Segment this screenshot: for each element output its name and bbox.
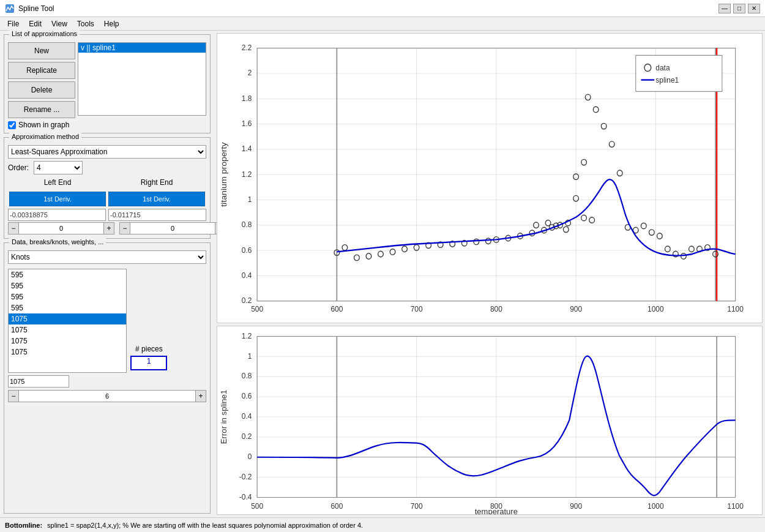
window-controls: — □ ✕: [718, 4, 760, 13]
order-select[interactable]: 4: [34, 161, 83, 174]
svg-text:1100: 1100: [727, 305, 744, 314]
svg-text:Error in spline1: Error in spline1: [219, 390, 228, 444]
svg-text:1: 1: [248, 352, 252, 361]
value-row: -0.00318875 -0.011715: [8, 209, 206, 221]
lower-chart: -0.4 -0.2 0 0.2 0.4 0.6 0.8 1 1.2 500 60…: [217, 326, 763, 515]
menu-edit[interactable]: Edit: [24, 18, 47, 29]
knot-item-5[interactable]: 1075: [9, 313, 126, 324]
replicate-button[interactable]: Replicate: [8, 62, 75, 79]
left-stepper-input[interactable]: [19, 222, 103, 234]
method-group: Approximation method Least-Squares Appro…: [4, 137, 211, 239]
order-label: Order:: [8, 163, 29, 172]
svg-rect-0: [6, 4, 14, 13]
svg-text:2: 2: [248, 69, 252, 78]
menu-view[interactable]: View: [47, 18, 72, 29]
svg-text:0.6: 0.6: [242, 245, 252, 255]
knot-item-8[interactable]: 1075: [9, 347, 126, 358]
left-value-input[interactable]: -0.00318875: [8, 209, 106, 221]
app-icon: [5, 4, 15, 13]
left-deriv-button[interactable]: 1st Deriv.: [9, 192, 106, 206]
knot-item-6[interactable]: 1075: [9, 324, 126, 335]
menu-help[interactable]: Help: [99, 18, 124, 29]
minimize-button[interactable]: —: [718, 4, 731, 13]
approx-buttons: New Replicate Delete Rename ...: [8, 42, 75, 118]
knot-edit-input[interactable]: 1075: [8, 375, 69, 388]
close-button[interactable]: ✕: [748, 4, 760, 13]
data-group-title: Data, breaks/knots, weights, ...: [9, 238, 106, 245]
svg-text:titanium property: titanium property: [220, 142, 228, 207]
bottomline-label: Bottomline:: [5, 522, 42, 529]
title-text: Spline Tool: [18, 4, 718, 13]
knot-item-3[interactable]: 595: [9, 291, 126, 302]
shown-in-graph-label: Shown in graph: [18, 121, 69, 129]
svg-text:data: data: [655, 64, 670, 73]
knot-item-2[interactable]: 595: [9, 280, 126, 291]
svg-text:500: 500: [251, 502, 263, 511]
right-value-input[interactable]: -0.011715: [108, 209, 206, 221]
lower-chart-svg: -0.4 -0.2 0 0.2 0.4 0.6 0.8 1 1.2 500 60…: [217, 326, 762, 514]
svg-text:0.6: 0.6: [242, 392, 252, 400]
svg-text:1: 1: [248, 195, 252, 204]
rename-button[interactable]: Rename ...: [8, 101, 75, 118]
right-stepper: − +: [119, 222, 226, 234]
right-end-label: Right End: [107, 178, 206, 187]
stepper-row: − + − +: [8, 222, 206, 234]
upper-chart: 0.2 0.4 0.6 0.8 1 1.2 1.4 1.6 1.8 2 2.2 …: [217, 33, 763, 323]
approx-listbox[interactable]: v || spline1: [78, 42, 206, 116]
knot-stepper-minus[interactable]: −: [8, 390, 19, 402]
data-select[interactable]: Knots: [8, 250, 206, 264]
svg-text:-0.4: -0.4: [239, 493, 252, 501]
svg-text:1.4: 1.4: [242, 144, 252, 154]
svg-text:500: 500: [251, 305, 263, 314]
delete-button[interactable]: Delete: [8, 81, 75, 99]
menu-tools[interactable]: Tools: [72, 18, 99, 29]
svg-text:0.2: 0.2: [242, 432, 252, 441]
left-stepper-minus[interactable]: −: [8, 222, 19, 234]
svg-text:0.8: 0.8: [242, 220, 252, 230]
knot-item-4[interactable]: 595: [9, 302, 126, 313]
knot-stepper: − 6 +: [8, 390, 206, 402]
menu-file[interactable]: File: [2, 18, 24, 29]
deriv-btn-row: 1st Deriv. 1st Deriv.: [8, 190, 206, 208]
right-panel: 0.2 0.4 0.6 0.8 1 1.2 1.4 1.6 1.8 2 2.2 …: [214, 31, 765, 517]
new-button[interactable]: New: [8, 42, 75, 59]
right-stepper-minus[interactable]: −: [119, 222, 130, 234]
knot-stepper-input[interactable]: 6: [19, 390, 195, 402]
knot-item-7[interactable]: 1075: [9, 335, 126, 347]
right-stepper-input[interactable]: [130, 222, 215, 234]
pieces-label: # pieces: [135, 345, 163, 353]
approx-group-title: List of approximations: [9, 30, 80, 37]
bottomline-text: spline1 = spap2(1,4,x,y); % We are start…: [47, 522, 363, 529]
svg-text:1000: 1000: [647, 502, 664, 511]
knot-stepper-plus[interactable]: +: [195, 390, 206, 402]
approx-list-item[interactable]: v || spline1: [78, 43, 206, 53]
svg-text:0.8: 0.8: [242, 372, 252, 381]
svg-text:1.8: 1.8: [242, 94, 252, 103]
left-stepper-plus[interactable]: +: [103, 222, 114, 234]
upper-chart-svg: 0.2 0.4 0.6 0.8 1 1.2 1.4 1.6 1.8 2 2.2 …: [217, 34, 762, 323]
svg-text:600: 600: [330, 502, 343, 511]
knots-listbox[interactable]: 595 595 595 595 1075 1075 1075 1075: [8, 269, 127, 373]
right-deriv-button[interactable]: 1st Deriv.: [108, 192, 205, 206]
maximize-button[interactable]: □: [733, 4, 745, 13]
method-group-title: Approximation method: [9, 133, 81, 140]
left-end-label: Left End: [8, 178, 107, 187]
svg-text:700: 700: [411, 305, 423, 314]
svg-text:900: 900: [570, 502, 582, 511]
shown-in-graph-checkbox[interactable]: [8, 121, 16, 129]
title-bar: Spline Tool — □ ✕: [0, 0, 765, 17]
svg-text:1.2: 1.2: [242, 170, 252, 179]
svg-text:1.2: 1.2: [242, 332, 252, 340]
menu-bar: File Edit View Tools Help: [0, 17, 765, 31]
bottom-bar: Bottomline: spline1 = spap2(1,4,x,y); % …: [0, 517, 765, 532]
method-select[interactable]: Least-Squares Approximation: [8, 145, 206, 159]
main-content: List of approximations New Replicate Del…: [0, 31, 765, 517]
pieces-value: 1: [130, 356, 167, 370]
svg-text:1100: 1100: [727, 502, 744, 511]
svg-text:2.2: 2.2: [242, 43, 252, 53]
svg-text:700: 700: [411, 502, 423, 511]
knot-item-1[interactable]: 595: [9, 269, 126, 280]
svg-text:0: 0: [248, 452, 252, 461]
svg-text:1.6: 1.6: [242, 119, 252, 129]
order-row: Order: 4: [8, 161, 206, 174]
